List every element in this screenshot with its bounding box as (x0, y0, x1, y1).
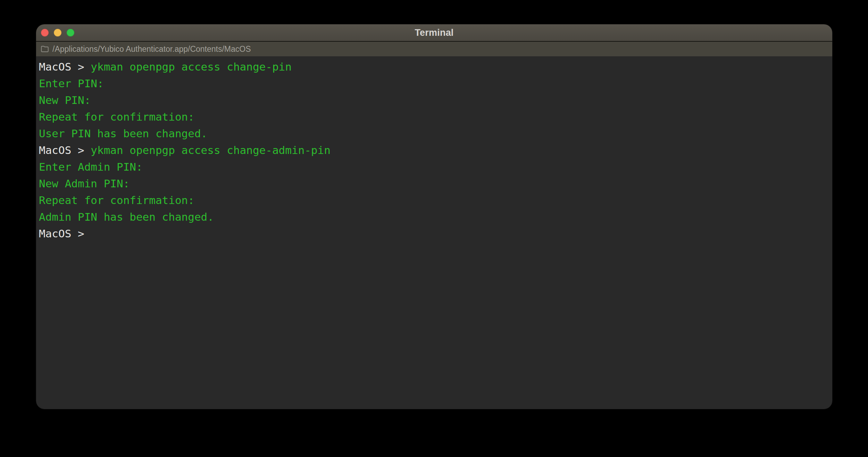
output-text: Repeat for confirmation: (39, 194, 194, 206)
terminal-output-line: Repeat for confirmation: (39, 108, 829, 125)
pathbar: /Applications/Yubico Authenticator.app/C… (36, 41, 832, 56)
output-text: User PIN has been changed. (39, 127, 207, 140)
minimize-button[interactable] (54, 29, 61, 36)
terminal-prompt-line: MacOS > ykman openpgp access change-admi… (39, 142, 829, 158)
shell-prompt: MacOS > (39, 144, 91, 156)
command-text: ykman openpgp access change-pin (91, 60, 292, 73)
command-text: ykman openpgp access change-admin-pin (91, 144, 331, 156)
titlebar[interactable]: Terminal (36, 24, 832, 41)
terminal-output-line: Enter PIN: (39, 75, 829, 92)
shell-prompt: MacOS > (39, 60, 91, 73)
output-text: New Admin PIN: (39, 177, 130, 190)
traffic-lights (41, 24, 74, 41)
terminal-prompt-line: MacOS > ykman openpgp access change-pin (39, 58, 829, 75)
terminal-prompt-line: MacOS > (39, 225, 829, 242)
window-title: Terminal (36, 27, 832, 38)
output-text: Admin PIN has been changed. (39, 211, 214, 223)
terminal-output-line: New Admin PIN: (39, 175, 829, 192)
terminal-window: Terminal /Applications/Yubico Authentica… (36, 24, 832, 409)
output-text: Repeat for confirmation: (39, 111, 194, 123)
terminal-output-line: Admin PIN has been changed. (39, 209, 829, 225)
zoom-button[interactable] (67, 29, 74, 36)
terminal-output-line: User PIN has been changed. (39, 125, 829, 142)
terminal-output-line: New PIN: (39, 92, 829, 108)
shell-prompt: MacOS > (39, 227, 91, 240)
folder-icon (40, 45, 49, 53)
terminal-output-line: Enter Admin PIN: (39, 158, 829, 175)
path-text: /Applications/Yubico Authenticator.app/C… (52, 44, 251, 54)
terminal-body[interactable]: MacOS > ykman openpgp access change-pinE… (36, 56, 832, 409)
terminal-output-line: Repeat for confirmation: (39, 192, 829, 209)
output-text: New PIN: (39, 94, 91, 106)
close-button[interactable] (41, 29, 49, 36)
output-text: Enter PIN: (39, 77, 104, 90)
output-text: Enter Admin PIN: (39, 161, 143, 173)
